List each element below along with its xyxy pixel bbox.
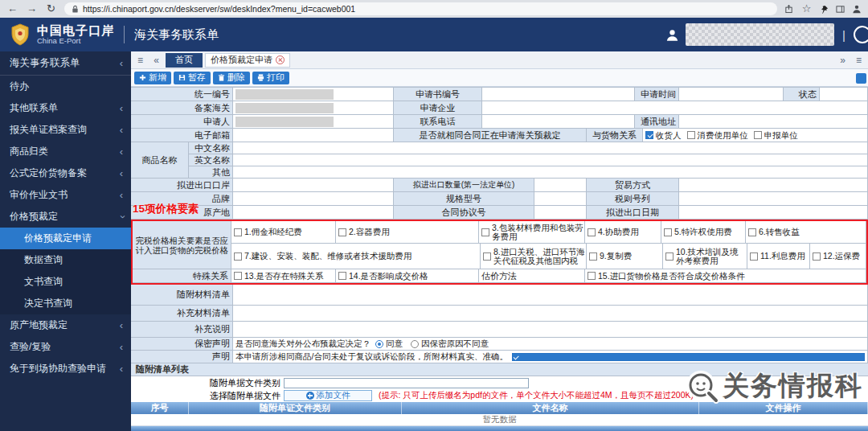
cn-name-field[interactable] [233,142,868,154]
other-name-field[interactable] [233,166,868,179]
url-bar[interactable]: https://i.chinaport.gov.cn/deskserver/sw… [64,2,777,15]
attach-list-field[interactable] [233,285,868,306]
sidebar-item-valuation-doc[interactable]: 审价作业文书‹ [0,184,131,206]
factor-6-checkbox[interactable] [748,228,756,236]
page-title: 海关事务联系单 [134,27,219,43]
trash-icon [218,74,225,81]
tab-list-icon[interactable]: ≡ [852,55,866,66]
factor-14-checkbox[interactable] [338,272,346,280]
back-icon[interactable]: ← [6,0,18,18]
label-file-select: 选择随附单据文件 [131,390,284,402]
refresh-icon[interactable]: ↻ [45,0,57,18]
sidebar-item-todo[interactable]: 待办 [0,76,131,97]
header-badge-icon[interactable] [854,26,868,43]
declaration-field: 本申请所涉相同商品/合同未处于复议或诉讼阶段，所附材料真实、准确。 [233,351,868,363]
origin-field[interactable] [233,206,394,220]
tab-price-preruling-apply[interactable]: 价格预裁定申请 [205,53,290,68]
delete-button[interactable]: 删除 [213,72,250,84]
sidebar-item-price-preruling[interactable]: 价格预裁定‹ [0,206,131,228]
chevron-left-icon: ‹ [120,189,123,201]
address-field[interactable] [679,115,868,129]
declaration-checkbox[interactable] [512,353,865,361]
menu-icon[interactable]: ≡ [133,55,147,66]
tab-home[interactable]: 首页 [166,53,203,68]
save-button[interactable]: 暂存 [174,72,211,84]
factor-5: 5.特许权使用费 [661,221,746,244]
port-field[interactable] [233,179,394,192]
spec-field[interactable] [534,192,587,206]
expand-tabs-icon[interactable]: » [836,55,850,66]
quantity-field[interactable] [534,179,587,192]
factor-7: 7.建设、安装、装配、维修或者技术援助费用 [231,244,481,269]
share-icon[interactable] [784,4,793,14]
preruling-form: 15项价格要素 统一编号 申请书编号 申请时间 状态 备案海关 申请企业 [131,87,868,363]
date-field[interactable] [679,206,868,220]
disagree-radio[interactable] [411,340,419,348]
factor-7-checkbox[interactable] [234,252,242,261]
sidebar-item-exempt-inspection[interactable]: 免于到场协助查验申请‹ [0,358,131,380]
factor-12-checkbox[interactable] [813,252,821,261]
new-button[interactable]: 新增 [134,72,171,84]
phone-field[interactable] [482,115,635,129]
app-doc-no-field[interactable] [482,88,635,101]
sidebar-item-declaration-archive[interactable]: 报关单证档案查询‹ [0,119,131,141]
sidebar-item-origin-preruling[interactable]: 原产地预裁定‹ [0,314,131,336]
user-icon[interactable] [665,28,679,42]
pin-extension-icon[interactable] [820,5,829,14]
sidebar-item-price-preruling-apply[interactable]: 价格预裁定申请 [0,228,131,249]
en-name-field[interactable] [233,154,868,166]
forward-icon[interactable]: → [26,0,38,18]
price-elements-annotation: 15项价格要素 [133,202,199,216]
sidebar-item-classification[interactable]: 商品归类‹ [0,141,131,162]
factor-2-checkbox[interactable] [338,228,346,236]
supplement-list-field[interactable] [233,306,868,322]
apply-time-field[interactable] [679,88,784,101]
factor-9: 9.复制费 [587,244,663,269]
file-type-select[interactable] [284,378,529,388]
email-field[interactable] [233,129,394,142]
contract-no-field[interactable] [534,206,587,220]
bookmark-star-icon[interactable]: ☆ [800,0,813,18]
factor-1-checkbox[interactable] [234,228,242,236]
close-tab-icon[interactable] [276,55,285,64]
declare-unit-checkbox[interactable] [754,131,762,139]
save-icon [178,74,186,81]
supplement-note-field[interactable] [233,322,868,338]
factor-10-checkbox[interactable] [665,252,674,261]
profile-icon[interactable] [852,4,862,14]
factor-9-checkbox[interactable] [589,252,597,261]
factor-15-checkbox[interactable] [588,272,596,280]
sidebar-item-doc-query[interactable]: 文书查询 [0,271,131,293]
sidebar-item-decision-query[interactable]: 决定书查询 [0,293,131,314]
sidebar-item-other-contact[interactable]: 其他联系单‹ [0,97,131,119]
column-seq: 序号 [131,402,189,414]
column-file-name: 文件名称 [402,402,699,414]
label-apply-time: 申请时间 [635,88,679,101]
chevron-left-icon: ‹ [120,167,123,179]
add-file-button[interactable]: 添加文件 [284,390,372,401]
brand-field[interactable] [233,192,394,206]
factor-13-checkbox[interactable] [234,272,242,280]
sidebar-item-formula-pricing[interactable]: 公式定价货物备案‹ [0,162,131,184]
apply-company-field[interactable] [482,101,868,115]
agree-radio[interactable] [375,340,383,348]
factor-13: 13.是否存在特殊关系 [231,269,336,283]
print-button[interactable]: 打印 [252,72,289,84]
factor-5-checkbox[interactable] [664,228,672,236]
brand: 中国电子口岸 China E-Port [37,24,114,46]
factor-3-checkbox[interactable] [481,228,489,236]
tariff-no-field[interactable] [679,192,868,206]
scroll-top-button[interactable] [856,73,866,84]
side-panel-icon[interactable] [836,5,845,14]
label-address: 通讯地址 [635,115,679,129]
consumer-unit-checkbox[interactable] [687,131,695,139]
collapse-tabs-icon[interactable]: « [149,55,163,66]
sidebar-item-data-query[interactable]: 数据查询 [0,249,131,271]
consignee-checkbox[interactable] [645,131,653,139]
factor-8-checkbox[interactable] [483,252,491,261]
sidebar-item-inspection[interactable]: 查验/复验‹ [0,336,131,358]
factor-11-checkbox[interactable] [750,252,758,261]
trade-mode-field[interactable] [679,179,868,192]
factor-4-checkbox[interactable] [588,228,596,236]
sidebar-item-customs-contact[interactable]: 海关事务联系单‹ [0,51,131,76]
